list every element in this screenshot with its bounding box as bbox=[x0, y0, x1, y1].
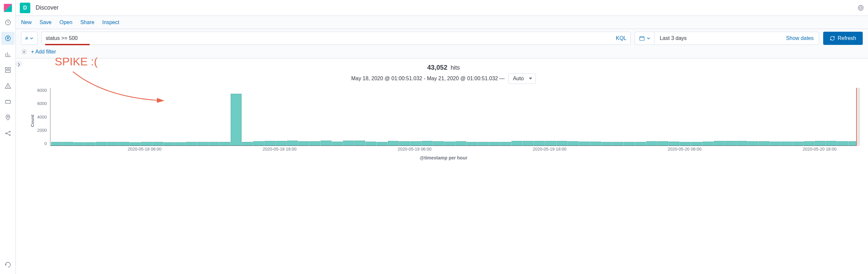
histogram-bar[interactable] bbox=[343, 141, 354, 145]
histogram-bar[interactable] bbox=[478, 142, 489, 145]
histogram-bar[interactable] bbox=[276, 141, 287, 145]
histogram-bar[interactable] bbox=[534, 141, 545, 145]
histogram-bar[interactable] bbox=[523, 141, 533, 145]
histogram-bar[interactable] bbox=[590, 142, 601, 145]
histogram-bar[interactable] bbox=[152, 142, 163, 145]
histogram-bar[interactable] bbox=[130, 142, 141, 146]
nav-ml-icon[interactable] bbox=[1, 127, 14, 140]
histogram-bar[interactable] bbox=[725, 141, 736, 145]
histogram-bar[interactable] bbox=[467, 142, 477, 145]
histogram-chart[interactable]: Count 80006000400020000 2020-05-18 06:00… bbox=[24, 88, 863, 154]
submenu-save[interactable]: Save bbox=[39, 20, 52, 25]
histogram-bar[interactable] bbox=[141, 142, 152, 145]
histogram-bar[interactable] bbox=[500, 142, 511, 145]
histogram-bar[interactable] bbox=[613, 142, 623, 145]
histogram-bar[interactable] bbox=[456, 141, 466, 145]
histogram-bar[interactable] bbox=[85, 142, 96, 146]
submenu-inspect[interactable]: Inspect bbox=[102, 20, 119, 25]
interval-select[interactable]: Auto bbox=[508, 73, 536, 84]
histogram-bar[interactable] bbox=[557, 141, 567, 145]
histogram-bar[interactable] bbox=[736, 141, 747, 145]
submenu-new[interactable]: New bbox=[21, 20, 32, 25]
sidebar-collapse-handle[interactable]: ❯ bbox=[16, 58, 22, 274]
histogram-bar[interactable] bbox=[107, 142, 118, 145]
nav-recent-icon[interactable] bbox=[1, 16, 14, 29]
histogram-bar[interactable] bbox=[691, 142, 702, 145]
histogram-bar[interactable] bbox=[512, 141, 522, 145]
histogram-bar[interactable] bbox=[815, 141, 826, 145]
histogram-bar[interactable] bbox=[298, 141, 309, 145]
histogram-bar[interactable] bbox=[680, 142, 691, 145]
gear-icon[interactable] bbox=[21, 49, 27, 55]
histogram-bar[interactable] bbox=[186, 142, 197, 145]
histogram-bar[interactable] bbox=[770, 142, 781, 145]
histogram-bar[interactable] bbox=[73, 142, 84, 146]
submenu-share[interactable]: Share bbox=[81, 20, 95, 25]
nav-discover-icon[interactable] bbox=[1, 32, 14, 45]
histogram-bar[interactable] bbox=[399, 141, 410, 145]
histogram-bar[interactable] bbox=[545, 141, 556, 145]
histogram-bar[interactable] bbox=[366, 142, 376, 145]
histogram-bar[interactable] bbox=[635, 142, 646, 145]
histogram-bar[interactable] bbox=[657, 141, 668, 145]
histogram-bar[interactable] bbox=[444, 142, 455, 145]
histogram-bar[interactable] bbox=[747, 141, 758, 145]
histogram-bar[interactable] bbox=[568, 141, 579, 145]
histogram-bar[interactable] bbox=[411, 141, 422, 145]
histogram-bar[interactable] bbox=[354, 141, 365, 145]
histogram-bar[interactable] bbox=[253, 141, 264, 145]
histogram-bar[interactable] bbox=[646, 141, 657, 145]
histogram-bar[interactable] bbox=[388, 141, 399, 145]
nav-siem-icon[interactable] bbox=[1, 95, 14, 108]
histogram-bar[interactable] bbox=[96, 142, 107, 145]
saved-query-button[interactable]: # bbox=[21, 32, 37, 45]
histogram-bar[interactable] bbox=[601, 142, 612, 145]
nav-visualize-icon[interactable] bbox=[1, 48, 14, 61]
histogram-bar[interactable] bbox=[118, 142, 129, 145]
histogram-bar[interactable] bbox=[264, 141, 275, 145]
histogram-bar[interactable] bbox=[758, 141, 770, 145]
histogram-bar[interactable] bbox=[703, 142, 713, 145]
histogram-bar[interactable] bbox=[208, 142, 219, 145]
histogram-bar[interactable] bbox=[287, 141, 298, 145]
histogram-bar[interactable] bbox=[321, 141, 332, 145]
histogram-bar[interactable] bbox=[489, 142, 500, 145]
histogram-bar[interactable] bbox=[332, 142, 343, 145]
histogram-bar[interactable] bbox=[792, 142, 803, 145]
histogram-bar[interactable] bbox=[624, 142, 635, 145]
histogram-bar[interactable] bbox=[242, 142, 253, 145]
histogram-bar[interactable] bbox=[837, 141, 848, 145]
histogram-bar[interactable] bbox=[175, 142, 186, 146]
histogram-bar[interactable] bbox=[377, 142, 388, 145]
histogram-bar[interactable] bbox=[231, 94, 242, 146]
histogram-bar[interactable] bbox=[163, 142, 174, 146]
add-filter-link[interactable]: + Add filter bbox=[31, 49, 56, 55]
histogram-bar[interactable] bbox=[781, 142, 792, 145]
nav-alerting-icon[interactable] bbox=[1, 79, 14, 92]
nav-dashboard-icon[interactable] bbox=[1, 63, 14, 77]
histogram-bar[interactable] bbox=[197, 142, 208, 145]
nav-maps-icon[interactable] bbox=[1, 111, 14, 124]
histogram-bar[interactable] bbox=[669, 142, 680, 145]
kibana-logo[interactable] bbox=[3, 3, 13, 13]
histogram-bar[interactable] bbox=[826, 141, 837, 145]
histogram-bar[interactable] bbox=[62, 142, 73, 145]
query-language-label[interactable]: KQL bbox=[616, 35, 626, 41]
histogram-bar[interactable] bbox=[579, 142, 590, 145]
histogram-bar[interactable] bbox=[422, 141, 433, 145]
histogram-bar[interactable] bbox=[219, 142, 230, 145]
show-dates-link[interactable]: Show dates bbox=[781, 35, 819, 41]
histogram-bar[interactable] bbox=[714, 141, 725, 145]
submenu-open[interactable]: Open bbox=[59, 20, 72, 25]
help-icon[interactable] bbox=[858, 5, 864, 11]
histogram-bar[interactable] bbox=[433, 141, 444, 145]
x-axis-label: @timestamp per hour bbox=[24, 155, 863, 160]
query-input[interactable] bbox=[46, 35, 616, 41]
histogram-bar[interactable] bbox=[803, 141, 814, 145]
space-selector[interactable]: D bbox=[20, 3, 30, 13]
nav-collapse-icon[interactable] bbox=[1, 258, 14, 271]
histogram-bar[interactable] bbox=[309, 141, 320, 145]
histogram-bar[interactable] bbox=[51, 142, 62, 145]
refresh-button[interactable]: Refresh bbox=[823, 32, 863, 45]
date-picker[interactable]: Last 3 days Show dates bbox=[635, 32, 819, 45]
